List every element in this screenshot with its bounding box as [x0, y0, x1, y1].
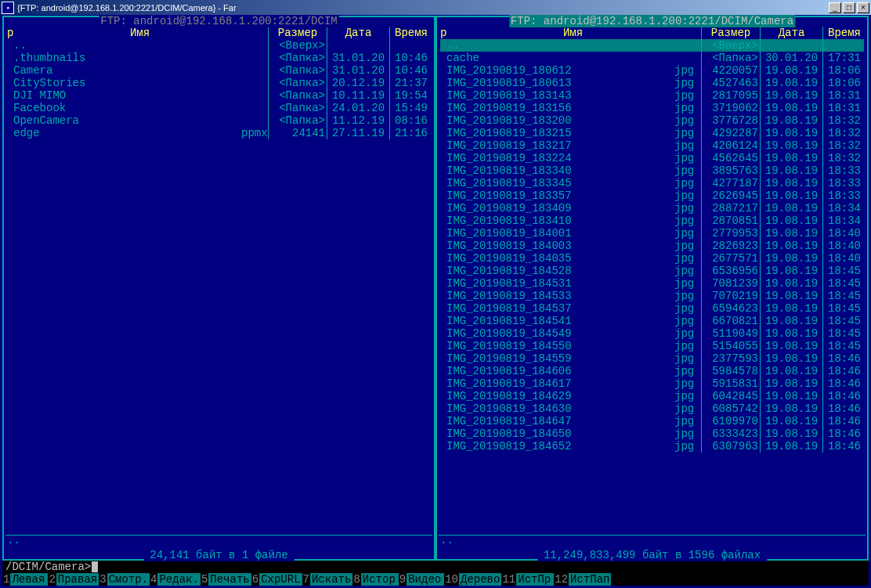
file-row[interactable]: IMG_20190819_183215jpg429228719.08.1918:…	[440, 127, 864, 139]
file-time: 21:37	[392, 77, 431, 89]
file-row[interactable]: Facebook<Папка>24.01.2015:49	[7, 102, 431, 114]
left-panel[interactable]: FTP: android@192.168.1.200:2221/DCIM р И…	[2, 16, 436, 561]
file-row[interactable]: CityStories<Папка>20.12.1921:37	[7, 77, 431, 89]
file-name: CityStories	[13, 77, 241, 89]
file-row[interactable]: IMG_20190819_184001jpg277995319.08.1918:…	[440, 227, 864, 240]
file-row[interactable]: IMG_20190819_183156jpg371906219.08.1918:…	[440, 102, 864, 114]
file-size: 4206124	[703, 139, 758, 152]
file-row[interactable]: IMG_20190819_184652jpg630796319.08.1918:…	[440, 440, 864, 453]
file-row[interactable]: Camera<Папка>31.01.2010:46	[7, 64, 431, 77]
file-row[interactable]: IMG_20190819_184550jpg515405519.08.1918:…	[440, 340, 864, 352]
keybar-f10[interactable]: 10Дерево	[444, 573, 501, 586]
file-row[interactable]: IMG_20190819_183217jpg420612419.08.1918:…	[440, 139, 864, 152]
minimize-button[interactable]: _	[829, 2, 841, 13]
file-row[interactable]: cache<Папка>30.01.2017:31	[440, 52, 864, 64]
keybar-f6[interactable]: 6СхрURL	[251, 573, 302, 586]
file-name: IMG_20190819_183200	[446, 114, 674, 127]
keybar-f3[interactable]: 3Смотр.	[99, 573, 150, 586]
file-row[interactable]: DJI MIMO<Папка>10.11.1919:54	[7, 89, 431, 102]
keybar-f7[interactable]: 7Искать	[302, 573, 353, 586]
file-row[interactable]: IMG_20190819_184647jpg610997019.08.1918:…	[440, 415, 864, 427]
file-row[interactable]: IMG_20190819_183224jpg456264519.08.1918:…	[440, 152, 864, 164]
left-headers: р Имя Размер Дата Время	[7, 27, 431, 39]
file-time: 18:45	[825, 290, 864, 302]
file-name: DJI MIMO	[13, 89, 241, 102]
file-row[interactable]: IMG_20190819_184533jpg707021919.08.1918:…	[440, 290, 864, 302]
right-panel[interactable]: FTP: android@192.168.1.200:2221/DCIM/Cam…	[436, 16, 869, 561]
file-row[interactable]: IMG_20190819_184541jpg667082119.08.1918:…	[440, 315, 864, 327]
file-date: 19.08.19	[762, 390, 821, 402]
file-row[interactable]: IMG_20190819_184531jpg708123919.08.1918:…	[440, 277, 864, 290]
file-ext: jpg	[674, 77, 699, 89]
file-date	[762, 39, 821, 52]
file-row[interactable]: IMG_20190819_184630jpg608574219.08.1918:…	[440, 402, 864, 415]
file-size: 24141	[270, 127, 325, 139]
maximize-button[interactable]: □	[843, 2, 855, 13]
file-row[interactable]: IMG_20190819_184650jpg633342319.08.1918:…	[440, 427, 864, 440]
key-label: ИстПап	[569, 573, 611, 586]
close-button[interactable]: ×	[857, 2, 869, 13]
titlebar[interactable]: ▪ {FTP: android@192.168.1.200:2221/DCIM/…	[0, 0, 871, 15]
file-ext: jpg	[674, 127, 699, 139]
workspace: FTP: android@192.168.1.200:2221/DCIM р И…	[0, 15, 871, 588]
file-row[interactable]: IMG_20190819_184528jpg653695619.08.1918:…	[440, 265, 864, 277]
file-row[interactable]: IMG_20190819_183345jpg427718719.08.1918:…	[440, 177, 864, 189]
keybar-f12[interactable]: 12ИстПап	[554, 573, 611, 586]
file-row[interactable]: ..<Вверх>	[7, 39, 431, 52]
file-row[interactable]: IMG_20190819_184629jpg604284519.08.1918:…	[440, 390, 864, 402]
file-row[interactable]: ..<Вверх>	[440, 39, 864, 52]
file-name: OpenCamera	[13, 114, 241, 127]
file-date	[329, 39, 388, 52]
file-row[interactable]: IMG_20190819_184549jpg511904919.08.1918:…	[440, 327, 864, 340]
file-name: IMG_20190819_183410	[446, 215, 674, 227]
file-row[interactable]: IMG_20190819_183357jpg262694519.08.1918:…	[440, 189, 864, 202]
window-title: {FTP: android@192.168.1.200:2221/DCIM/Ca…	[17, 3, 829, 13]
right-file-list[interactable]: ..<Вверх>cache<Папка>30.01.2017:31IMG_20…	[440, 39, 864, 534]
keybar-f2[interactable]: 2Правая	[48, 573, 99, 586]
keybar-f8[interactable]: 8Истор	[352, 573, 398, 586]
file-row[interactable]: IMG_20190819_184003jpg282692319.08.1918:…	[440, 240, 864, 252]
file-ext: jpg	[674, 415, 699, 427]
file-row[interactable]: IMG_20190819_180613jpg452746319.08.1918:…	[440, 77, 864, 89]
key-bar[interactable]: 1Левая 2Правая3Смотр.4Редак.5Печать6СхрU…	[2, 573, 869, 586]
file-row[interactable]: IMG_20190819_184537jpg659462319.08.1918:…	[440, 302, 864, 315]
file-row[interactable]: IMG_20190819_183410jpg287085119.08.1918:…	[440, 215, 864, 227]
hdr-r: р	[7, 27, 13, 39]
file-row[interactable]: IMG_20190819_184617jpg591583119.08.1918:…	[440, 377, 864, 390]
keybar-f9[interactable]: 9Видео	[399, 573, 444, 586]
key-number: 12	[554, 573, 569, 586]
file-name: IMG_20190819_184003	[446, 240, 674, 252]
keybar-f5[interactable]: 5Печать	[201, 573, 251, 586]
left-file-list[interactable]: ..<Вверх>.thumbnails<Папка>31.01.2010:46…	[7, 39, 431, 534]
file-row[interactable]: IMG_20190819_184559jpg237759319.08.1918:…	[440, 352, 864, 365]
file-row[interactable]: IMG_20190819_184035jpg267757119.08.1918:…	[440, 252, 864, 265]
file-time: 18:46	[825, 402, 864, 415]
key-label: Левая	[10, 573, 48, 586]
file-size: 4527463	[703, 77, 758, 89]
file-name: IMG_20190819_183215	[446, 127, 674, 139]
file-time: 18:34	[825, 202, 864, 215]
file-time: 18:45	[825, 302, 864, 315]
file-row[interactable]: IMG_20190819_183143jpg281709519.08.1918:…	[440, 89, 864, 102]
file-row[interactable]: IMG_20190819_183409jpg288721719.08.1918:…	[440, 202, 864, 215]
file-row[interactable]: IMG_20190819_184606jpg598457819.08.1918:…	[440, 365, 864, 377]
file-name: cache	[446, 52, 674, 64]
file-row[interactable]: IMG_20190819_183200jpg377672819.08.1918:…	[440, 114, 864, 127]
file-row[interactable]: edgeppmx2414127.11.1921:16	[7, 127, 431, 139]
command-line[interactable]: /DCIM/Camera>	[2, 561, 869, 573]
file-row[interactable]: .thumbnails<Папка>31.01.2010:46	[7, 52, 431, 64]
file-name: IMG_20190819_184537	[446, 302, 674, 315]
file-date: 19.08.19	[762, 202, 821, 215]
file-row[interactable]: IMG_20190819_183340jpg389576319.08.1918:…	[440, 164, 864, 177]
file-time: 18:40	[825, 227, 864, 240]
file-row[interactable]: IMG_20190819_180612jpg422005719.08.1918:…	[440, 64, 864, 77]
keybar-f1[interactable]: 1Левая	[2, 573, 48, 586]
keybar-f4[interactable]: 4Редак.	[150, 573, 201, 586]
file-time: 18:46	[825, 390, 864, 402]
file-row[interactable]: OpenCamera<Папка>11.12.1908:16	[7, 114, 431, 127]
keybar-f11[interactable]: 11ИстПр	[501, 573, 554, 586]
file-size: <Папка>	[270, 89, 325, 102]
file-name: IMG_20190819_184035	[446, 252, 674, 265]
file-ext: jpg	[674, 290, 699, 302]
key-label: Видео	[407, 573, 444, 586]
